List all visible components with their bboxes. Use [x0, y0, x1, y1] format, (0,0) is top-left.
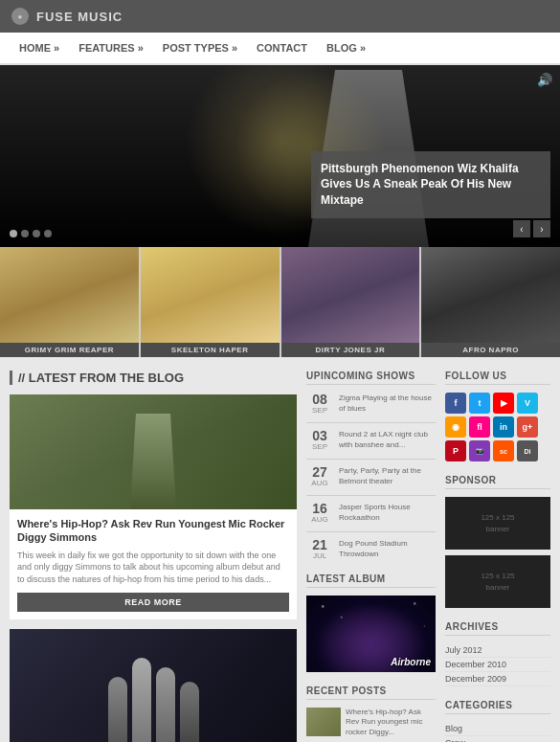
nav-contact[interactable]: CONTACT [247, 33, 317, 63]
site-title: FUSE MUSIC [36, 10, 123, 24]
artist-card-4[interactable]: AFRO NAPRO [421, 247, 560, 357]
main-content: // LATEST FROM THE BLOG Where's Hip-Hop?… [0, 357, 560, 742]
show-date-3: 27 Aug [306, 465, 333, 487]
show-info-2: Round 2 at LAX night club with banshee a… [339, 429, 436, 450]
instagram-icon[interactable]: 📷 [469, 440, 490, 461]
social-icons: f t ▶ V ◉ fl in g+ P 📷 sc Di [445, 393, 550, 461]
blog-post-1: Where's Hip-Hop? Ask Rev Run Youngest Mi… [10, 394, 297, 619]
sidebar-right: FOLLOW US f t ▶ V ◉ fl in g+ P 📷 sc Di S… [445, 371, 550, 742]
nav-blog[interactable]: BLOG » [317, 33, 375, 63]
pinterest-icon[interactable]: P [445, 440, 466, 461]
show-date-4: 16 Aug [306, 502, 333, 524]
sponsor-banner-2-text: 125 x 125banner [481, 571, 514, 592]
main-nav: HOME » FEATURES » POST TYPES » CONTACT B… [0, 33, 560, 65]
nav-features[interactable]: FEATURES » [69, 33, 153, 63]
facebook-icon[interactable]: f [445, 393, 466, 414]
hero-dot-3[interactable] [33, 230, 40, 237]
sponsor-section: SPONSOR 125 x 125banner 125 x 125banner [445, 475, 550, 608]
vimeo-icon[interactable]: V [517, 393, 538, 414]
show-info-3: Party, Party, Party at the Belmont theat… [339, 465, 436, 486]
blog-section: // LATEST FROM THE BLOG Where's Hip-Hop?… [10, 371, 297, 742]
category-item-2[interactable]: Crew [445, 736, 550, 742]
sponsor-banner-2[interactable]: 125 x 125banner [445, 555, 550, 608]
recent-post-1: Where's Hip-hop? Ask Rev Run youngest mi… [306, 708, 436, 737]
hero-title: Pittsburgh Phenomenon Wiz Khalifa Gives … [321, 161, 541, 209]
latest-album: LATEST ALBUM Airborne ★ ★ ★ ★ [306, 573, 436, 672]
artist-name-4: AFRO NAPRO [421, 343, 560, 357]
nav-post-types[interactable]: POST TYPES » [153, 33, 247, 63]
recent-posts-title: RECENT POSTS [306, 686, 436, 700]
archive-list: July 2012 December 2010 December 2009 [445, 643, 550, 686]
blog-post-1-body: Where's Hip-Hop? Ask Rev Run Youngest Mi… [10, 509, 297, 619]
hero-dot-1[interactable] [10, 230, 17, 237]
youtube-icon[interactable]: ▶ [493, 393, 514, 414]
upcoming-shows-title: UPINCOMING SHOWS [306, 371, 436, 385]
gplus-icon[interactable]: g+ [517, 416, 538, 438]
show-item-2: 03 Sep Round 2 at LAX night club with ba… [306, 429, 436, 451]
blog-post-2: Fans Rocked Out And Went Crazy At The Zi… [10, 629, 297, 742]
show-item-4: 16 Aug Jasper Sports House Rockaathon [306, 502, 436, 524]
blog-section-title: // LATEST FROM THE BLOG [10, 371, 297, 385]
hero-section: 🔊 Pittsburgh Phenomenon Wiz Khalifa Give… [0, 65, 560, 247]
hero-dot-2[interactable] [21, 230, 29, 237]
nav-home[interactable]: HOME » [10, 33, 69, 63]
hero-dots [10, 230, 52, 237]
show-item-5: 21 Jul Dog Pound Stadium Throwdown [306, 538, 436, 560]
archives-section: ARCHIVES July 2012 December 2010 Decembe… [445, 621, 550, 686]
show-date-2: 03 Sep [306, 429, 333, 451]
show-info-4: Jasper Sports House Rockaathon [339, 502, 436, 523]
follow-title: FOLLOW US [445, 371, 550, 385]
archive-item-3[interactable]: December 2009 [445, 672, 550, 686]
artists-row: GRIMY GRIM REAPER SKELETON HAPER DIRTY J… [0, 247, 560, 357]
digg-icon[interactable]: Di [517, 440, 538, 461]
twitter-icon[interactable]: t [469, 393, 490, 414]
hero-prev-arrow[interactable]: ‹ [513, 220, 530, 237]
artist-name-2: SKELETON HAPER [141, 343, 280, 357]
sponsor-title: SPONSOR [445, 475, 550, 489]
artist-card-1[interactable]: GRIMY GRIM REAPER [0, 247, 141, 357]
site-header: ● FUSE MUSIC [0, 0, 560, 33]
category-list: Blog Crew [445, 722, 550, 742]
blog-post-1-image [10, 394, 297, 509]
blog-post-2-image [10, 629, 297, 742]
categories-section: CATEGORIES Blog Crew [445, 700, 550, 742]
show-date-5: 21 Jul [306, 538, 333, 560]
hero-text-box: Pittsburgh Phenomenon Wiz Khalifa Gives … [311, 151, 550, 218]
artist-card-3[interactable]: DIRTY JONES JR [281, 247, 422, 357]
sidebar-mid: UPINCOMING SHOWS 08 Sep Zigma Playing at… [306, 371, 436, 742]
sponsor-banner-1[interactable]: 125 x 125banner [445, 497, 550, 550]
category-item-1[interactable]: Blog [445, 722, 550, 736]
sponsor-banner-1-text: 125 x 125banner [481, 512, 514, 533]
latest-album-title: LATEST ALBUM [306, 573, 436, 588]
sound-icon[interactable]: 🔊 [537, 73, 552, 87]
show-info-1: Zigma Playing at the house of blues [339, 393, 436, 414]
categories-title: CATEGORIES [445, 700, 550, 714]
artist-name-1: GRIMY GRIM REAPER [0, 343, 139, 357]
show-item-3: 27 Aug Party, Party, Party at the Belmon… [306, 465, 436, 487]
show-item-1: 08 Sep Zigma Playing at the house of blu… [306, 393, 436, 415]
album-cover[interactable]: Airborne ★ ★ ★ ★ [306, 596, 436, 672]
hero-next-arrow[interactable]: › [533, 220, 550, 237]
recent-post-1-text: Where's Hip-hop? Ask Rev Run youngest mi… [346, 708, 436, 737]
hero-dot-4[interactable] [44, 230, 52, 237]
blog-post-1-title: Where's Hip-Hop? Ask Rev Run Youngest Mi… [17, 517, 289, 545]
album-stars: ★ ★ ★ ★ [306, 596, 436, 672]
blog-post-1-excerpt: This week in daily fix we got the opport… [17, 550, 289, 586]
soundcloud-icon[interactable]: sc [493, 440, 514, 461]
blog-post-1-read-more[interactable]: READ MORE [17, 593, 289, 612]
show-info-5: Dog Pound Stadium Throwdown [339, 538, 436, 559]
hero-nav-arrows: ‹ › [513, 220, 550, 237]
linkedin-icon[interactable]: in [493, 416, 514, 438]
logo-icon: ● [11, 8, 29, 25]
flickr-icon[interactable]: fl [469, 416, 490, 438]
rss-icon[interactable]: ◉ [445, 416, 466, 438]
archive-item-1[interactable]: July 2012 [445, 643, 550, 658]
recent-post-1-img [306, 708, 341, 736]
follow-section: FOLLOW US f t ▶ V ◉ fl in g+ P 📷 sc Di [445, 371, 550, 461]
artist-card-2[interactable]: SKELETON HAPER [141, 247, 281, 357]
archive-item-2[interactable]: December 2010 [445, 658, 550, 672]
artist-name-3: DIRTY JONES JR [281, 343, 420, 357]
show-date-1: 08 Sep [306, 393, 333, 415]
upcoming-shows: UPINCOMING SHOWS 08 Sep Zigma Playing at… [306, 371, 436, 560]
archives-title: ARCHIVES [445, 621, 550, 636]
